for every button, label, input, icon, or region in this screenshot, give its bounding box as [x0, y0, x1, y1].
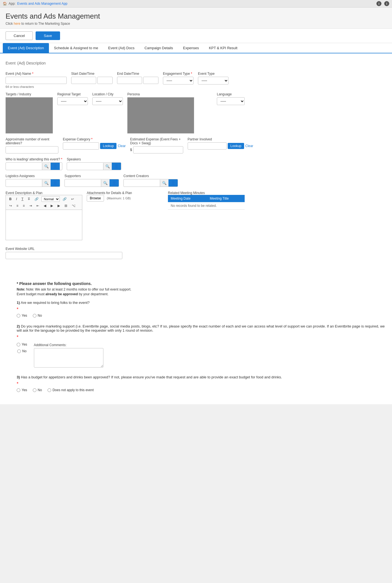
q3-na-label: Does not apply to this event	[48, 388, 94, 392]
content-creators-input[interactable]	[124, 180, 160, 186]
speakers-person-button[interactable]: 👤	[112, 163, 121, 170]
description-label: Event Description & Plan	[6, 191, 43, 195]
speakers-label: Speakers	[67, 157, 121, 161]
q3-no-label: No	[33, 388, 42, 392]
q3-na-radio[interactable]	[48, 388, 51, 392]
event-url-label: Event Website URL	[6, 247, 245, 251]
note2: Event budget must already be approved by…	[17, 292, 386, 296]
rte-align-left[interactable]: ◀	[42, 203, 48, 209]
language-select[interactable]: -----	[217, 97, 245, 105]
event-name-input[interactable]	[6, 77, 67, 84]
q3-yes-radio[interactable]	[17, 388, 20, 392]
rte-align-right[interactable]: ▶	[56, 203, 62, 209]
content-creators-search-field: 🔍 👤	[123, 179, 178, 187]
event-type-select[interactable]: -----	[198, 77, 229, 85]
logistics-input[interactable]	[6, 180, 42, 186]
q3-required-star: *	[17, 381, 386, 386]
cancel-button[interactable]: Cancel	[6, 31, 33, 40]
description-textarea[interactable]	[6, 210, 82, 240]
regional-target-select[interactable]: -----	[57, 97, 88, 105]
event-url-input[interactable]	[6, 252, 122, 259]
rte-unlink[interactable]: 🔗	[61, 196, 68, 202]
partner-input[interactable]	[188, 142, 227, 150]
tab-expenses[interactable]: Expenses	[178, 43, 204, 53]
form-section: Event (Ad) Description Event (Ad) Name *…	[0, 53, 250, 276]
leading-input[interactable]	[6, 163, 42, 170]
rte-undo[interactable]: ↩	[70, 196, 76, 202]
related-section: Related Meeting Minutes Meeting Date Mee…	[168, 191, 245, 210]
q3-yes-label: Yes	[17, 388, 27, 392]
supporters-input[interactable]	[65, 180, 101, 186]
q2-comments-textarea[interactable]	[34, 348, 103, 368]
rte-table[interactable]: ⊞	[63, 203, 69, 209]
rte-unordered-list[interactable]: ≡	[15, 203, 20, 209]
q2-yes-radio[interactable]	[17, 343, 20, 346]
q3-no-radio[interactable]	[33, 388, 36, 392]
rte-underline[interactable]: T	[20, 196, 25, 202]
start-date-input[interactable]	[71, 77, 96, 84]
q1-no-radio[interactable]	[33, 314, 36, 317]
leading-label: Who is leading/ attending this event? *	[6, 157, 62, 161]
tab-schedule[interactable]: Schedule & Assigned to me	[49, 43, 103, 53]
partner-lookup-button[interactable]: Lookup	[228, 143, 244, 149]
speakers-search-button[interactable]: 🔍	[103, 163, 112, 170]
q2-no-radio[interactable]	[17, 349, 21, 353]
logistics-person-button[interactable]: 👤	[51, 179, 60, 187]
browse-button[interactable]: Browse	[87, 195, 104, 202]
row-approx: Approximate number of event attendees? E…	[6, 137, 245, 153]
rte-ordered-list[interactable]: ≡	[21, 203, 26, 209]
content-creators-search-button[interactable]: 🔍	[160, 180, 168, 187]
tab-campaign[interactable]: Campaign Details	[140, 43, 178, 53]
supporters-search-button[interactable]: 🔍	[101, 180, 110, 187]
supporters-person-button[interactable]: 👤	[110, 179, 119, 187]
save-button[interactable]: Save	[36, 31, 60, 40]
logistics-search-button[interactable]: 🔍	[42, 180, 51, 187]
q1-yes-radio[interactable]	[17, 314, 20, 317]
rte-indent[interactable]: ⇥	[28, 203, 34, 209]
end-time-input[interactable]	[143, 77, 158, 84]
leading-person-button[interactable]: 👤	[51, 163, 60, 170]
q1-no-label: No	[33, 314, 42, 317]
page-title: Events and Ads Management	[6, 12, 386, 21]
help-icon[interactable]: i	[384, 1, 389, 6]
info-icon[interactable]: i	[376, 1, 381, 6]
rte-bold[interactable]: B	[8, 196, 13, 202]
content-creators-person-button[interactable]: 👤	[168, 179, 178, 187]
app-link[interactable]: Events and Ads Management App	[17, 2, 68, 6]
tab-bar: Event (Ad) Description Schedule & Assign…	[0, 43, 392, 53]
expense-clear-button[interactable]: Clear	[118, 144, 126, 148]
tab-event-description[interactable]: Event (Ad) Description	[3, 43, 49, 53]
tab-kpt-kpi[interactable]: KPT & KPI Result	[204, 43, 242, 53]
rte-link[interactable]: 🔗	[33, 196, 40, 202]
targets-area[interactable]	[6, 97, 53, 133]
expense-category-input[interactable]	[63, 142, 99, 150]
rte-source[interactable]: ⌥	[70, 203, 77, 209]
partner-label: Partner Involved	[188, 137, 253, 141]
persona-area[interactable]	[127, 97, 194, 133]
rte-strikethrough[interactable]: T	[26, 196, 31, 202]
rte-outdent[interactable]: ⇤	[35, 203, 41, 209]
partner-clear-button[interactable]: Clear	[245, 144, 253, 148]
start-time-input[interactable]	[97, 77, 113, 84]
end-datetime-label: End Date/Time	[117, 72, 158, 76]
here-link[interactable]: here	[14, 22, 20, 26]
approx-attendees-input[interactable]	[6, 146, 58, 153]
regional-target-label: Regional Target	[57, 92, 88, 96]
estimated-expense-input[interactable]	[133, 146, 183, 153]
end-date-input[interactable]	[117, 77, 142, 84]
event-type-label: Event Type	[198, 72, 229, 76]
rte-align-center[interactable]: ▶	[49, 203, 55, 209]
char-hint: 64 or less characters	[6, 85, 67, 88]
row-event-name: Event (Ad) Name * 64 or less characters …	[6, 72, 245, 88]
rte-style-select[interactable]: Normal	[41, 196, 60, 202]
rte-italic[interactable]: I	[14, 196, 19, 202]
leading-search-button[interactable]: 🔍	[42, 163, 51, 170]
tab-docs[interactable]: Event (Ad) Docs	[103, 43, 140, 53]
rte-redo[interactable]: ↪	[8, 203, 14, 209]
expense-lookup-button[interactable]: Lookup	[100, 143, 116, 149]
home-icon[interactable]: 🏠	[3, 2, 7, 6]
location-select[interactable]: -----	[92, 97, 123, 105]
speakers-input[interactable]	[67, 163, 103, 170]
dollar-sign: $	[130, 148, 132, 152]
engagement-type-select[interactable]: -----	[163, 77, 193, 85]
